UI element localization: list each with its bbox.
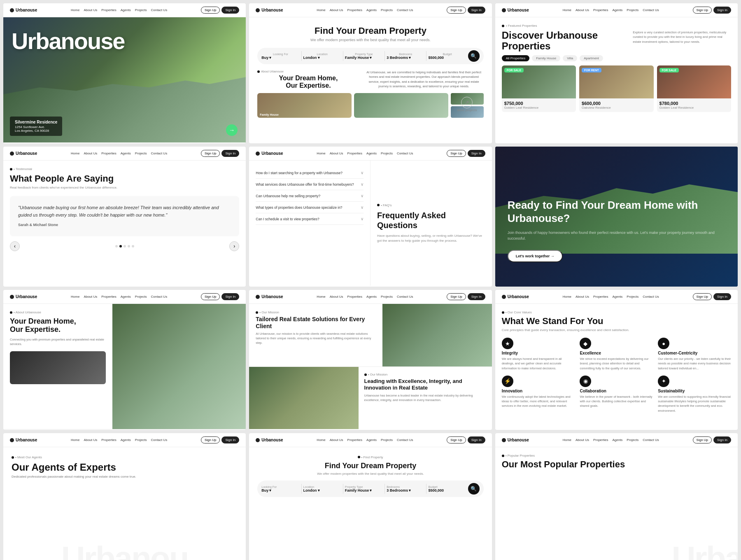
logo-text-5: Urbanouse <box>261 151 283 156</box>
property-card-1[interactable]: FOR SALE $750,000 Golden Leaf Residence <box>502 65 576 112</box>
signin-btn-1[interactable]: Sign In <box>221 7 239 14</box>
signin-btn-5[interactable]: Sign In <box>468 150 485 157</box>
find-b-looking-val[interactable]: Buy <box>261 488 299 492</box>
logo-icon-7 <box>10 295 14 299</box>
signin-btn-9[interactable]: Sign In <box>713 293 731 300</box>
logo-icon-12 <box>502 438 506 442</box>
signup-btn-9[interactable]: Sign Up <box>693 293 712 300</box>
signin-btn-4[interactable]: Sign In <box>221 150 239 157</box>
logo-1: Urbanouse <box>10 8 37 12</box>
nav-buttons-3: Sign Up Sign In <box>693 7 731 14</box>
logo-11: Urbanouse <box>256 438 283 442</box>
faq-chevron-1: ∨ <box>361 170 364 175</box>
testimonial-tag: • Testimonial <box>10 167 239 171</box>
prop-img-3: FOR SALE <box>657 65 731 98</box>
signup-btn-2[interactable]: Sign Up <box>447 7 466 14</box>
signin-btn-10[interactable]: Sign In <box>221 436 239 443</box>
find-b-location-val[interactable]: London <box>303 488 341 492</box>
signup-btn-7[interactable]: Sign Up <box>201 293 220 300</box>
card-agents: Urbanouse HomeAbout Us PropertiesAgents … <box>3 433 246 560</box>
dot-5[interactable] <box>132 245 134 247</box>
nav-links-9: HomeAbout Us PropertiesAgents ProjectsCo… <box>563 295 659 299</box>
nav-bar-5: Urbanouse HomeAbout Us PropertiesAgents … <box>249 147 492 161</box>
mission-bottom: • Our Mission Leading with Excellence, I… <box>249 366 492 429</box>
signin-btn-2[interactable]: Sign In <box>468 7 485 14</box>
faq-questions-panel: How do I start searching for a property … <box>249 161 370 286</box>
property-card-2[interactable]: FOR RENT $600,000 Oakview Residence <box>579 65 653 112</box>
faq-q-1: How do I start searching for a property … <box>256 171 361 175</box>
signup-btn-5[interactable]: Sign Up <box>447 150 466 157</box>
signup-btn-10[interactable]: Sign Up <box>201 436 220 443</box>
location-value[interactable]: London <box>303 56 341 60</box>
faq-item-4[interactable]: What types of properties does Urbanouse … <box>256 202 364 213</box>
card-find-property: Urbanouse HomeAbout Us PropertiesAgents … <box>249 3 492 143</box>
filter-apartment[interactable]: Apartment <box>580 55 603 61</box>
dot-3[interactable] <box>124 245 126 247</box>
signup-btn-11[interactable]: Sign Up <box>447 436 466 443</box>
values-grid: ★ Integrity We are always honest and tra… <box>502 338 731 413</box>
find-b-type-val[interactable]: Family House <box>345 488 383 492</box>
signup-btn-8[interactable]: Sign Up <box>447 293 466 300</box>
logo-text-10: Urbanouse <box>16 438 37 442</box>
proj-img-1[interactable]: Family House <box>257 93 352 118</box>
faq-item-3[interactable]: Can Urbanouse help me selling property? … <box>256 190 364 202</box>
find-b-budget-val[interactable]: $500,000 <box>428 488 466 492</box>
faq-q-5: Can I schedule a visit to view propertie… <box>256 217 361 221</box>
looking-for-value[interactable]: Buy <box>261 56 299 60</box>
find-b-div1 <box>301 484 302 494</box>
filter-all[interactable]: All Properties <box>502 55 530 61</box>
signin-btn-7[interactable]: Sign In <box>221 293 239 300</box>
signin-btn-8[interactable]: Sign In <box>468 293 485 300</box>
nav-buttons-11: Sign Up Sign In <box>447 436 485 443</box>
signin-btn-12[interactable]: Sign In <box>713 436 731 443</box>
faq-description: Have questions about buying, selling, or… <box>377 233 485 243</box>
caption-address: 1254 Sunflower Ave. <box>15 125 57 129</box>
dot-2[interactable] <box>119 245 122 247</box>
faq-item-5[interactable]: Can I schedule a visit to view propertie… <box>256 213 364 225</box>
faq-item-2[interactable]: What services does Urbanouse offer for f… <box>256 179 364 190</box>
filter-villa[interactable]: Villa <box>563 55 577 61</box>
about-left-content: • About Urbanouse Your Dream Home, Our E… <box>3 304 112 429</box>
logo-icon-4 <box>10 152 14 156</box>
ready-cta-btn[interactable]: Let's work together → <box>508 250 563 262</box>
next-testimonial-btn[interactable]: › <box>229 241 239 251</box>
mission-title: Tailored Real Estate Solutions for Every… <box>256 316 376 330</box>
prop-price-3: $780,000 <box>659 101 729 106</box>
mission-person-img <box>382 304 492 366</box>
find-b-search-btn[interactable]: 🔍 <box>468 483 480 495</box>
values-body: • Our Core Values What We Stand For You … <box>495 304 738 420</box>
dot-4[interactable] <box>128 245 130 247</box>
logo-text-3: Urbanouse <box>508 8 529 12</box>
faq-q-4: What types of properties does Urbanouse … <box>256 205 361 210</box>
prop-name-1: Golden Leaf Residence <box>504 106 573 110</box>
customer-name: Customer-Centricity <box>658 351 731 355</box>
find-b-bedrooms-val[interactable]: 3 Bedrooms <box>387 488 424 492</box>
discover-desc: Explore a very curated selection of prem… <box>633 30 731 44</box>
filter-family[interactable]: Family House <box>532 55 560 61</box>
faq-bullet <box>377 204 380 206</box>
prop-info-3: $780,000 Golden Leaf Residence <box>657 98 731 112</box>
values-title: What We Stand For You <box>502 316 731 327</box>
more-projects-btn[interactable]: ↗ More projects <box>457 97 477 112</box>
property-card-3[interactable]: FOR SALE $780,000 Golden Leaf Residence <box>657 65 731 112</box>
signin-btn-11[interactable]: Sign In <box>468 436 485 443</box>
prev-testimonial-btn[interactable]: ‹ <box>10 241 20 251</box>
property-type-value[interactable]: Family House <box>345 56 383 60</box>
faq-tag: • FAQ's <box>377 203 485 207</box>
nav-links-11: HomeAbout Us PropertiesAgents ProjectsCo… <box>317 438 413 442</box>
bedrooms-value[interactable]: 3 Bedrooms <box>387 56 424 60</box>
signin-btn-3[interactable]: Sign In <box>713 7 731 14</box>
dot-1[interactable] <box>115 245 118 247</box>
signup-btn-12[interactable]: Sign Up <box>693 436 712 443</box>
proj-img-2[interactable] <box>354 93 448 118</box>
logo-text-11: Urbanouse <box>261 438 283 442</box>
faq-item-1[interactable]: How do I start searching for a property … <box>256 167 364 179</box>
popular-bullet <box>502 455 504 457</box>
signup-btn-1[interactable]: Sign Up <box>201 7 220 14</box>
search-button[interactable]: 🔍 <box>468 50 480 62</box>
signup-btn-4[interactable]: Sign Up <box>201 150 220 157</box>
budget-value[interactable]: $500,000 <box>428 56 466 60</box>
find-b-location: Location London <box>303 485 341 492</box>
signup-btn-3[interactable]: Sign Up <box>693 7 712 14</box>
faq-info-panel: • FAQ's Frequently Asked Questions Have … <box>370 161 492 286</box>
